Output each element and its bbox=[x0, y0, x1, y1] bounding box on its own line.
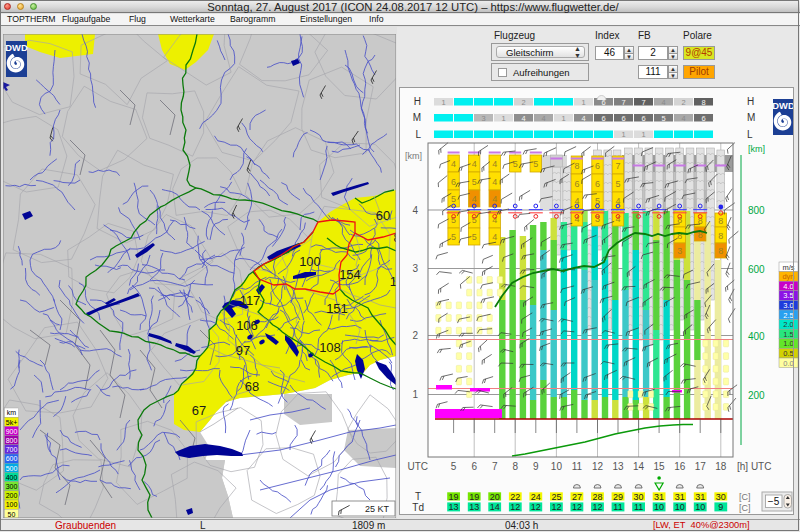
svg-text:6: 6 bbox=[595, 161, 600, 171]
svg-text:12: 12 bbox=[572, 502, 582, 512]
svg-text:500: 500 bbox=[6, 465, 18, 472]
svg-text:108: 108 bbox=[319, 340, 341, 355]
svg-text:2.5: 2.5 bbox=[783, 311, 793, 320]
svg-text:4: 4 bbox=[492, 194, 497, 204]
svg-text:[C]: [C] bbox=[739, 503, 751, 513]
svg-text:800: 800 bbox=[748, 205, 765, 216]
svg-text:10: 10 bbox=[654, 502, 664, 512]
svg-text:900: 900 bbox=[6, 428, 18, 435]
svg-text:H: H bbox=[747, 96, 754, 107]
svg-text:2: 2 bbox=[681, 98, 685, 107]
svg-text:5: 5 bbox=[451, 194, 456, 204]
svg-text:8: 8 bbox=[512, 461, 518, 472]
svg-text:2: 2 bbox=[412, 330, 418, 341]
svg-text:km: km bbox=[7, 409, 17, 416]
svg-text:1: 1 bbox=[441, 98, 445, 107]
svg-text:12: 12 bbox=[510, 502, 520, 512]
svg-text:200: 200 bbox=[748, 390, 765, 401]
svg-text:4: 4 bbox=[661, 98, 665, 107]
svg-text:9: 9 bbox=[718, 502, 723, 512]
svg-text:[C]: [C] bbox=[739, 492, 751, 502]
svg-text:29: 29 bbox=[613, 492, 623, 502]
svg-text:3.5: 3.5 bbox=[783, 291, 793, 300]
svg-text:31: 31 bbox=[675, 492, 685, 502]
svg-text:DWD: DWD bbox=[772, 101, 795, 111]
svg-text:15: 15 bbox=[654, 461, 666, 472]
svg-text:22: 22 bbox=[510, 492, 520, 502]
svg-text:800: 800 bbox=[6, 437, 18, 444]
svg-text:11: 11 bbox=[634, 502, 643, 512]
svg-text:6: 6 bbox=[621, 114, 625, 123]
svg-text:8: 8 bbox=[701, 98, 705, 107]
svg-text:25: 25 bbox=[551, 492, 561, 502]
svg-text:5k+: 5k+ bbox=[6, 419, 17, 426]
svg-text:8: 8 bbox=[718, 231, 723, 241]
svg-text:10: 10 bbox=[675, 502, 685, 512]
svg-text:13: 13 bbox=[449, 502, 459, 512]
svg-text:30: 30 bbox=[716, 492, 726, 502]
svg-text:13: 13 bbox=[612, 461, 624, 472]
svg-text:5: 5 bbox=[472, 232, 477, 242]
svg-text:3: 3 bbox=[481, 114, 485, 123]
svg-text:M: M bbox=[747, 112, 755, 123]
svg-text:30: 30 bbox=[634, 492, 644, 502]
svg-text:151: 151 bbox=[326, 301, 348, 316]
svg-text:117: 117 bbox=[240, 293, 261, 308]
svg-text:[km]: [km] bbox=[748, 144, 765, 154]
svg-text:28: 28 bbox=[592, 492, 602, 502]
svg-text:7: 7 bbox=[492, 461, 498, 472]
svg-text:12: 12 bbox=[531, 502, 541, 512]
svg-text:dyn: dyn bbox=[782, 272, 794, 281]
svg-text:18: 18 bbox=[715, 461, 727, 472]
svg-text:1.5: 1.5 bbox=[783, 330, 793, 339]
svg-text:4: 4 bbox=[521, 114, 525, 123]
svg-text:3.0: 3.0 bbox=[783, 301, 793, 310]
svg-text:6: 6 bbox=[595, 179, 600, 189]
svg-text:6: 6 bbox=[451, 177, 456, 187]
svg-text:6: 6 bbox=[574, 179, 579, 189]
svg-text:31: 31 bbox=[695, 492, 705, 502]
svg-text:10: 10 bbox=[551, 461, 563, 472]
svg-text:106: 106 bbox=[236, 318, 258, 333]
svg-text:25 KT: 25 KT bbox=[365, 504, 390, 514]
svg-text:68: 68 bbox=[245, 379, 259, 394]
svg-text:10: 10 bbox=[695, 502, 705, 512]
svg-text:2: 2 bbox=[521, 98, 525, 107]
svg-text:6: 6 bbox=[701, 114, 705, 123]
svg-text:H: H bbox=[414, 96, 421, 107]
svg-text:0.5: 0.5 bbox=[783, 349, 793, 358]
svg-text:19: 19 bbox=[449, 492, 459, 502]
svg-text:4: 4 bbox=[581, 114, 585, 123]
svg-text:4: 4 bbox=[412, 205, 418, 216]
svg-text:11: 11 bbox=[572, 461, 583, 472]
svg-text:L: L bbox=[415, 129, 421, 140]
svg-text:1: 1 bbox=[621, 130, 625, 139]
svg-text:7: 7 bbox=[641, 98, 645, 107]
svg-text:−5: −5 bbox=[768, 496, 780, 507]
svg-text:1: 1 bbox=[412, 389, 418, 400]
svg-text:31: 31 bbox=[654, 492, 664, 502]
svg-text:m/s: m/s bbox=[782, 263, 794, 272]
svg-text:UTC: UTC bbox=[407, 461, 428, 472]
svg-text:2.0: 2.0 bbox=[783, 320, 793, 329]
svg-text:600: 600 bbox=[6, 455, 18, 462]
svg-text:14: 14 bbox=[490, 502, 500, 512]
svg-text:1: 1 bbox=[501, 114, 505, 123]
svg-text:T: T bbox=[415, 491, 421, 502]
svg-text:3: 3 bbox=[412, 263, 418, 274]
svg-text:1: 1 bbox=[641, 130, 645, 139]
svg-text:8: 8 bbox=[718, 216, 723, 226]
svg-text:7: 7 bbox=[615, 161, 620, 171]
svg-text:L: L bbox=[747, 129, 753, 140]
svg-text:600: 600 bbox=[748, 264, 765, 275]
svg-text:100: 100 bbox=[6, 501, 18, 508]
svg-text:400: 400 bbox=[6, 474, 18, 481]
svg-text:154: 154 bbox=[339, 267, 361, 282]
svg-text:400: 400 bbox=[748, 331, 765, 342]
svg-text:Td: Td bbox=[412, 502, 424, 513]
svg-text:M: M bbox=[413, 112, 421, 123]
svg-text:[km]: [km] bbox=[405, 151, 422, 161]
svg-text:19: 19 bbox=[469, 492, 479, 502]
svg-text:100: 100 bbox=[299, 254, 321, 269]
svg-text:5: 5 bbox=[533, 159, 538, 169]
